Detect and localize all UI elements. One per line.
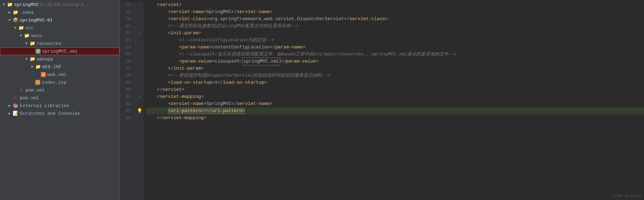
spring-xml-icon: S [36, 49, 41, 54]
module-icon: 📦 [13, 17, 18, 23]
springmvc-xml-label: springMVC.xml [42, 49, 78, 54]
code-line-24: <param-name>contextConfigLocation</param… [146, 44, 644, 51]
web-xml-label: web.xml [47, 72, 67, 77]
code-line-18: <servlet> [146, 1, 644, 8]
ln-33: 33 [120, 107, 133, 114]
fold-icon-31[interactable]: ▾ [139, 95, 140, 99]
webapp-arrow: ▼ [24, 57, 29, 61]
main-arrow: ▼ [18, 33, 23, 38]
ln-22: 22 [120, 30, 133, 37]
idea-label: .idea [20, 10, 33, 15]
ln-23: 23 [120, 37, 133, 44]
code-line-20: <servlet-class>org.springframework.web.s… [146, 16, 644, 23]
ln-34: 34 [120, 114, 133, 122]
gutter-23 [136, 37, 143, 44]
gutter-21 [136, 23, 143, 30]
ln-28: 28 [120, 72, 133, 79]
indent-18 [146, 1, 157, 8]
code-line-34: </servlet-mapping> [146, 114, 644, 122]
sidebar-item-web-inf[interactable]: ▼ 📁 WEB-INF [0, 63, 119, 71]
sidebar-item-pom-xml-2[interactable]: m pom.xml [0, 94, 119, 102]
project-path-label: G:\练习库\coding\J... [40, 2, 91, 8]
gutter-24 [136, 44, 143, 51]
gutter-27 [136, 65, 143, 72]
code-line-30: </servlet> [146, 86, 644, 93]
sidebar-item-src[interactable]: ▼ 📁 src [0, 24, 119, 32]
index-jsp-label: index.jsp [42, 80, 66, 85]
resources-folder-icon: 📁 [30, 41, 35, 46]
bulb-icon-33[interactable]: 💡 [137, 108, 142, 114]
sidebar-item-scratches[interactable]: ▶ 📝 Scratches and Consoles [0, 110, 119, 117]
editor-gutter: ▾ ▾ ▾ 💡 [136, 1, 143, 200]
extlibs-arrow: ▶ [7, 103, 12, 108]
scratch-icon: 📝 [13, 111, 18, 116]
code-line-25: <!--classpath:表示从类路径查找配置文件，如maven工程中的src… [146, 51, 644, 58]
src-arrow: ▼ [13, 25, 18, 30]
pom-xml-1-label: pom.xml [25, 88, 45, 93]
gutter-22: ▾ [136, 30, 143, 37]
code-lines: <servlet> <servlet-name>SpringMVC</servl… [143, 1, 644, 200]
code-line-31: <servlet-mapping> [146, 93, 644, 100]
ln-27: 27 [120, 65, 133, 72]
gutter-34 [136, 114, 143, 122]
sidebar-item-resources[interactable]: ▼ 📁 resources [0, 40, 119, 47]
ln-20: 20 [120, 16, 133, 23]
ln-21: 21 [120, 23, 133, 30]
code-line-27: </init-param> [146, 65, 644, 72]
libs-icon: 📚 [13, 103, 18, 108]
maven-icon-2: m [13, 95, 18, 101]
code-line-32: <servlet-name>SpringMVC</servlet-name> [146, 100, 644, 107]
code-area[interactable]: 18 19 20 21 22 23 24 25 26 27 28 29 30 3… [120, 0, 644, 200]
resources-arrow: ▼ [24, 41, 29, 46]
gutter-19 [136, 8, 143, 16]
code-line-29: <load-on-startup>1</load-on-startup> [146, 79, 644, 86]
sidebar-item-main[interactable]: ▼ 📁 main [0, 32, 119, 40]
src-label: src [25, 25, 33, 31]
webapp-folder-icon: 📁 [30, 56, 35, 62]
gutter-20 [136, 16, 143, 23]
project-sidebar: ▼ 📁 springMVC G:\练习库\coding\J... ▶ 📁 .id… [0, 0, 120, 200]
web-xml-icon: X [41, 72, 46, 77]
sidebar-item-webapp[interactable]: ▼ 📁 webapp [0, 55, 119, 63]
ln-18: 18 [120, 1, 133, 8]
src-folder-icon: 📁 [18, 25, 24, 31]
gutter-26 [136, 58, 143, 65]
webinf-arrow: ▼ [30, 64, 35, 69]
fold-icon-18[interactable]: ▾ [139, 3, 140, 7]
code-editor: 18 19 20 21 22 23 24 25 26 27 28 29 30 3… [120, 0, 644, 200]
sidebar-item-web-xml[interactable]: X web.xml [0, 71, 119, 78]
code-line-22: <init-param> [146, 30, 644, 37]
ln-25: 25 [120, 51, 133, 58]
gutter-30 [136, 86, 143, 93]
fold-icon-22[interactable]: ▾ [139, 31, 140, 35]
gutter-25 [136, 51, 143, 58]
code-line-19: <servlet-name>SpringMVC</servlet-name> [146, 8, 644, 16]
sidebar-item-idea[interactable]: ▶ 📁 .idea [0, 8, 119, 16]
ln-29: 29 [120, 79, 133, 86]
springmvc01-arrow: ▼ [7, 18, 12, 23]
springmvc01-label: springMVC-01 [20, 18, 53, 23]
gutter-33: 💡 [136, 107, 143, 114]
webinf-label: WEB-INF [42, 64, 62, 70]
project-root[interactable]: ▼ 📁 springMVC G:\练习库\coding\J... [0, 1, 119, 8]
code-line-33: <url-pattern>/</url-pattern> [146, 107, 644, 114]
sidebar-item-index-jsp[interactable]: J index.jsp [0, 78, 119, 86]
ln-32: 32 [120, 100, 133, 107]
line-numbers: 18 19 20 21 22 23 24 25 26 27 28 29 30 3… [120, 1, 136, 200]
pom-xml-2-label: pom.xml [20, 95, 39, 101]
idea-folder-icon: 📁 [13, 10, 18, 15]
gutter-31: ▾ [136, 93, 143, 100]
ln-31: 31 [120, 93, 133, 100]
sidebar-item-pom-xml-1[interactable]: m pom.xml [0, 86, 119, 94]
gutter-28 [136, 72, 143, 79]
project-folder-icon: 📁 [7, 2, 13, 7]
main-folder-icon: 📁 [24, 33, 30, 39]
sidebar-item-ext-libs[interactable]: ▶ 📚 External Libraries [0, 102, 119, 110]
ln-19: 19 [120, 8, 133, 16]
sidebar-item-springmvc-01[interactable]: ▼ 📦 springMVC-01 [0, 16, 119, 24]
ln-26: 26 [120, 58, 133, 65]
idea-arrow: ▶ [7, 10, 12, 15]
webinf-folder-icon: 📁 [35, 64, 41, 70]
ext-libs-label: External Libraries [20, 103, 69, 108]
sidebar-item-springmvc-xml[interactable]: S springMVC.xml [0, 47, 119, 55]
